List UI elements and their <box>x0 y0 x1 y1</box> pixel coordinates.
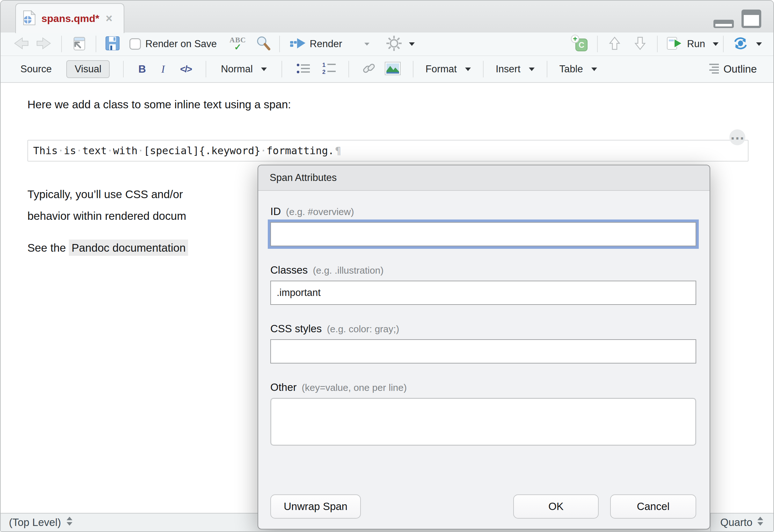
quarto-file-icon <box>22 10 36 27</box>
svg-text:1: 1 <box>322 62 325 68</box>
table-dropdown[interactable]: Table <box>560 63 597 75</box>
image-icon <box>385 62 401 76</box>
forward-button[interactable] <box>35 36 53 52</box>
span-attributes-dialog: Span Attributes ID (e.g. #overview) Clas… <box>257 165 710 529</box>
pandoc-documentation-link[interactable]: Pandoc documentation <box>69 240 188 256</box>
format-label: Format <box>426 63 457 75</box>
paragraph-prefix: See the <box>27 241 69 254</box>
paragraph-intro: Here we add a class to some inline text … <box>27 98 291 111</box>
render-on-save-checkbox[interactable] <box>129 38 141 50</box>
link-button[interactable] <box>361 61 376 77</box>
up-down-arrows-icon <box>757 516 764 529</box>
dialog-title-bar[interactable]: Span Attributes <box>258 165 710 191</box>
paragraph-typically: Typically, you’ll use CSS and/orbehavior… <box>27 183 186 227</box>
ok-button[interactable]: OK <box>513 494 599 519</box>
main-toolbar: Render on Save ABC ✓ <box>1 32 773 56</box>
numbered-list-button[interactable]: 1 2 <box>322 62 336 76</box>
run-label: Run <box>687 38 705 50</box>
insert-dropdown[interactable]: Insert <box>496 63 535 75</box>
bullet-list-icon <box>296 62 311 76</box>
link-icon <box>361 61 376 77</box>
down-arrow-icon <box>633 36 647 52</box>
chevron-down-icon <box>756 42 762 46</box>
up-down-arrows-icon <box>66 516 73 529</box>
chevron-down-icon <box>465 68 471 71</box>
outline-icon <box>707 63 720 75</box>
code-button[interactable]: </> <box>180 64 192 75</box>
insert-chunk-button[interactable]: C + <box>572 36 589 52</box>
maximize-icon[interactable] <box>741 10 761 29</box>
source-mode-button[interactable]: Source <box>17 61 55 77</box>
italic-icon: I <box>161 63 165 75</box>
chevron-down-icon <box>591 68 597 71</box>
tab-spans-qmd[interactable]: spans.qmd* × <box>15 3 124 33</box>
field-id: ID (e.g. #overview) <box>270 205 696 246</box>
chevron-down-icon <box>409 42 415 46</box>
run-icon <box>667 36 683 52</box>
outline-label: Outline <box>723 63 757 75</box>
paragraph-style-label: Normal <box>221 63 253 75</box>
bullet-list-button[interactable] <box>296 62 311 76</box>
search-icon <box>256 36 271 52</box>
image-button[interactable] <box>385 62 401 76</box>
dialog-title: Span Attributes <box>270 172 336 183</box>
outline-toggle-button[interactable]: Outline <box>707 63 757 75</box>
classes-label: Classes <box>270 264 307 276</box>
field-other: Other (key=value, one per line) <box>270 381 696 446</box>
insert-label: Insert <box>496 63 521 75</box>
paragraph-see-pandoc: See the Pandoc documentation <box>27 241 188 254</box>
id-hint: (e.g. #overview) <box>286 206 354 217</box>
cancel-button[interactable]: Cancel <box>610 494 696 519</box>
back-button[interactable] <box>12 36 30 52</box>
run-button[interactable]: Run <box>667 36 719 52</box>
render-label: Render <box>310 38 342 50</box>
save-button[interactable] <box>105 36 120 52</box>
classes-hint: (e.g. .illustration) <box>313 265 383 276</box>
css-styles-input[interactable] <box>270 339 696 363</box>
format-dropdown[interactable]: Format <box>426 63 471 75</box>
table-label: Table <box>560 63 583 75</box>
scope-selector[interactable]: (Top Level) <box>9 516 73 529</box>
file-type-label: Quarto <box>720 516 753 528</box>
bold-button[interactable]: B <box>138 63 146 75</box>
render-menu-button[interactable] <box>364 43 369 46</box>
render-on-save-label: Render on Save <box>145 38 217 50</box>
classes-input[interactable] <box>270 281 696 305</box>
up-arrow-icon <box>607 36 622 52</box>
previous-chunk-button[interactable] <box>607 36 622 52</box>
italic-button[interactable]: I <box>161 63 165 75</box>
other-label: Other <box>270 381 297 393</box>
render-button[interactable]: Render <box>289 36 342 52</box>
search-button[interactable] <box>256 36 271 52</box>
editor-tab-bar: spans.qmd* × <box>1 1 773 32</box>
next-chunk-button[interactable] <box>633 36 647 52</box>
unwrap-span-button[interactable]: Unwrap Span <box>270 494 361 519</box>
render-icon <box>289 36 306 52</box>
gear-icon <box>386 35 402 53</box>
file-type-selector[interactable]: Quarto <box>710 514 773 531</box>
chevron-down-icon <box>261 68 267 71</box>
visual-mode-button[interactable]: Visual <box>66 60 110 78</box>
popout-button[interactable] <box>71 35 87 53</box>
css-styles-hint: (e.g. color: gray;) <box>327 324 399 334</box>
close-icon[interactable]: × <box>105 13 112 24</box>
bold-icon: B <box>138 63 146 75</box>
code-block[interactable]: This·is·text·with·[special]{.keyword}·fo… <box>27 140 749 162</box>
svg-text:2: 2 <box>322 69 325 75</box>
spellcheck-button[interactable]: ABC ✓ <box>229 36 246 52</box>
back-arrow-icon <box>12 36 30 52</box>
chevron-down-icon <box>364 43 369 46</box>
paragraph-style-dropdown[interactable]: Normal <box>221 63 267 75</box>
spellcheck-icon: ABC ✓ <box>229 36 246 52</box>
insert-chunk-icon: C + <box>572 36 589 52</box>
source-menu-button[interactable] <box>733 36 762 52</box>
settings-button[interactable] <box>386 35 415 53</box>
other-attributes-textarea[interactable] <box>270 398 696 446</box>
minimize-icon[interactable] <box>713 20 734 29</box>
more-options-button[interactable]: … <box>729 129 745 145</box>
id-input[interactable] <box>270 222 696 246</box>
rerun-source-icon <box>733 36 749 52</box>
code-line: This·is·text·with·[special]{.keyword}·fo… <box>33 145 341 157</box>
scope-label: (Top Level) <box>9 516 61 528</box>
chevron-down-icon <box>529 68 535 71</box>
